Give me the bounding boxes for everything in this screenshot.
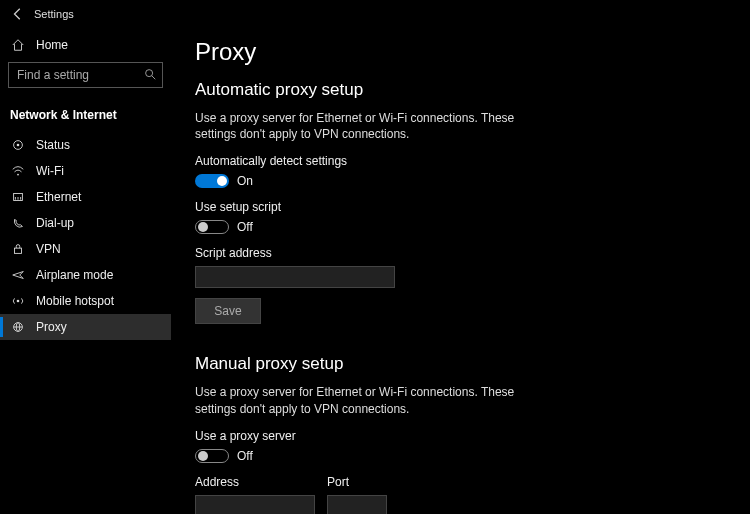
manual-section-desc: Use a proxy server for Ethernet or Wi-Fi… xyxy=(195,384,515,416)
manual-address-label: Address xyxy=(195,475,315,489)
auto-section-desc: Use a proxy server for Ethernet or Wi-Fi… xyxy=(195,110,515,142)
sidebar-category: Network & Internet xyxy=(0,100,171,130)
sidebar-item-label: Airplane mode xyxy=(36,268,113,282)
sidebar-item-label: Proxy xyxy=(36,320,67,334)
use-script-label: Use setup script xyxy=(195,200,726,214)
sidebar-item-label: VPN xyxy=(36,242,61,256)
sidebar-item-dialup[interactable]: Dial-up xyxy=(0,210,171,236)
sidebar-item-hotspot[interactable]: Mobile hotspot xyxy=(0,288,171,314)
manual-section-title: Manual proxy setup xyxy=(195,354,726,374)
use-proxy-state: Off xyxy=(237,449,253,463)
airplane-icon xyxy=(10,268,26,282)
sidebar-item-vpn[interactable]: VPN xyxy=(0,236,171,262)
sidebar-item-label: Ethernet xyxy=(36,190,81,204)
proxy-icon xyxy=(10,320,26,334)
auto-detect-state: On xyxy=(237,174,253,188)
sidebar-item-label: Mobile hotspot xyxy=(36,294,114,308)
svg-rect-9 xyxy=(15,248,22,253)
use-proxy-label: Use a proxy server xyxy=(195,429,726,443)
auto-section-title: Automatic proxy setup xyxy=(195,80,726,100)
app-title: Settings xyxy=(34,8,74,20)
search-input[interactable] xyxy=(8,62,163,88)
svg-point-10 xyxy=(17,300,20,303)
page-title: Proxy xyxy=(195,38,726,66)
script-address-label: Script address xyxy=(195,246,726,260)
auto-detect-toggle[interactable] xyxy=(195,174,229,188)
svg-point-3 xyxy=(17,144,20,147)
sidebar-home[interactable]: Home xyxy=(0,32,171,58)
use-proxy-toggle[interactable] xyxy=(195,449,229,463)
auto-detect-label: Automatically detect settings xyxy=(195,154,726,168)
sidebar-item-wifi[interactable]: Wi-Fi xyxy=(0,158,171,184)
manual-port-label: Port xyxy=(327,475,387,489)
svg-point-4 xyxy=(17,174,19,176)
manual-port-input[interactable] xyxy=(327,495,387,514)
sidebar-item-airplane[interactable]: Airplane mode xyxy=(0,262,171,288)
use-script-state: Off xyxy=(237,220,253,234)
back-arrow-icon xyxy=(11,7,25,21)
sidebar-home-label: Home xyxy=(36,38,68,52)
content-area: Proxy Automatic proxy setup Use a proxy … xyxy=(171,28,750,514)
script-address-input[interactable] xyxy=(195,266,395,288)
sidebar-item-proxy[interactable]: Proxy xyxy=(0,314,171,340)
dialup-icon xyxy=(10,216,26,230)
wifi-icon xyxy=(10,164,26,178)
auto-save-button[interactable]: Save xyxy=(195,298,261,324)
ethernet-icon xyxy=(10,190,26,204)
manual-address-input[interactable] xyxy=(195,495,315,514)
vpn-icon xyxy=(10,242,26,256)
sidebar-item-label: Dial-up xyxy=(36,216,74,230)
sidebar-item-label: Status xyxy=(36,138,70,152)
status-icon xyxy=(10,138,26,152)
use-script-toggle[interactable] xyxy=(195,220,229,234)
hotspot-icon xyxy=(10,294,26,308)
home-icon xyxy=(10,38,26,52)
sidebar-item-status[interactable]: Status xyxy=(0,132,171,158)
sidebar-item-ethernet[interactable]: Ethernet xyxy=(0,184,171,210)
sidebar-item-label: Wi-Fi xyxy=(36,164,64,178)
back-button[interactable] xyxy=(8,4,28,24)
sidebar: Home Network & Internet Status Wi-Fi Eth… xyxy=(0,28,171,514)
